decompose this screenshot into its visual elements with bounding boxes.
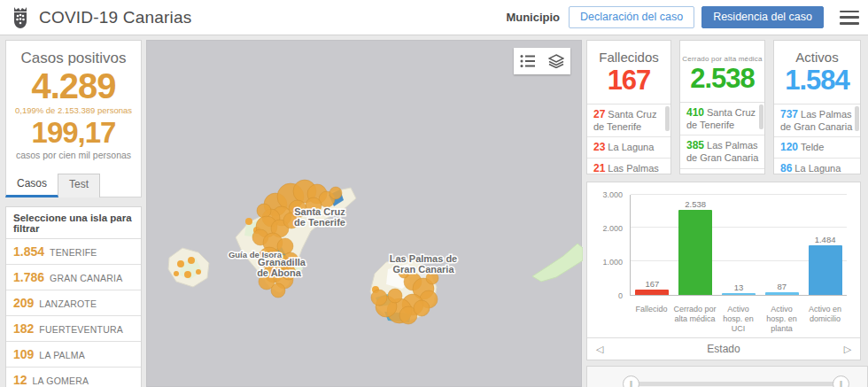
- island-row-tenerife[interactable]: 1.854 TENERIFE: [6, 239, 141, 265]
- category-label: Activo en domicilio: [803, 305, 847, 333]
- bar: [678, 210, 712, 295]
- island-row-lanzarote[interactable]: 209 LANZAROTE: [6, 290, 141, 316]
- bar-value-label: 87: [778, 282, 787, 291]
- residencia-del-caso-button[interactable]: Residencia del caso: [701, 6, 824, 28]
- map-toolbar: [514, 48, 570, 74]
- declaracion-del-caso-button[interactable]: Declaración del caso: [569, 6, 694, 28]
- bar-value-label: 167: [645, 279, 659, 289]
- island-count: 109: [13, 347, 34, 361]
- bar-activo-domicilio[interactable]: 1.484: [803, 194, 847, 295]
- pager-left-icon[interactable]: ◁: [587, 344, 612, 355]
- bar-cerrado-por-alta-medica[interactable]: 2.538: [674, 194, 717, 295]
- casos-positivos-panel: Casos positivos 4.289 0,199% de 2.153.38…: [5, 40, 142, 197]
- fallecidos-panel: Fallecidos 167 27Santa Cruz de Tenerife …: [586, 40, 671, 174]
- island-row-la-gomera[interactable]: 12 LA GOMERA: [6, 368, 141, 387]
- list-item[interactable]: 410Santa Cruz de Tenerife: [680, 103, 764, 136]
- scrollbar[interactable]: [759, 104, 763, 129]
- list-item[interactable]: 737Las Palmas de Gran Canaria: [774, 104, 860, 138]
- list-item[interactable]: 120Telde: [774, 137, 860, 159]
- slider-handle-start[interactable]: ∥: [623, 375, 639, 387]
- list-item[interactable]: 27Santa Cruz de Tenerife: [587, 104, 670, 138]
- rate-value: 199,17: [6, 117, 141, 149]
- island-filter-panel: Seleccione una isla para filtrar 1.854 T…: [5, 206, 142, 387]
- island-name: TENERIFE: [50, 247, 97, 258]
- bar-fallecido[interactable]: 167: [631, 194, 674, 295]
- bar-activo-hosp-uci[interactable]: 13: [717, 194, 761, 295]
- total-cases-value: 4.289: [6, 67, 141, 104]
- chart-bars: 167 2.538 13 87 1.484: [631, 194, 847, 295]
- map-canvas: Santa Cruz de Tenerife Guía de Isora Gra…: [147, 41, 583, 387]
- map-label-santa-cruz-line1: Santa Cruz: [294, 206, 345, 217]
- list-item[interactable]: 23La Laguna: [587, 137, 670, 159]
- rate-label: casos por cien mil personas: [6, 150, 141, 160]
- island-name: LANZAROTE: [39, 298, 97, 309]
- canarias-map[interactable]: Santa Cruz de Tenerife Guía de Isora Gra…: [146, 40, 582, 387]
- category-label: Fallecido: [630, 305, 673, 333]
- island-count: 1.854: [13, 244, 44, 259]
- map-label-granadilla-line2: de Abona: [257, 267, 302, 278]
- cerrado-list: 410Santa Cruz de Tenerife 385Las Palmas …: [680, 102, 764, 170]
- bar-activo-hosp-planta[interactable]: 87: [760, 194, 803, 295]
- tab-test[interactable]: Test: [58, 174, 100, 197]
- app-header: COVID-19 Canarias Municipio Declaración …: [0, 0, 868, 35]
- tab-casos[interactable]: Casos: [5, 174, 58, 197]
- activos-value: 1.584: [774, 65, 860, 97]
- activos-panel: Activos 1.584 737Las Palmas de Gran Cana…: [773, 40, 861, 174]
- cerrado-value: 2.538: [680, 63, 764, 95]
- category-label: Activo hosp. en UCI: [717, 305, 760, 333]
- activos-list: 737Las Palmas de Gran Canaria 120Telde 8…: [774, 104, 860, 174]
- bar: [765, 292, 799, 295]
- list-item[interactable]: 21Las Palmas: [587, 159, 670, 174]
- map-label-santa-cruz-line2: de Tenerife: [294, 217, 345, 228]
- category-label: Activo hosp. en planta: [760, 305, 803, 333]
- percent-population-text: 0,199% de 2.153.389 personas: [6, 105, 141, 115]
- list-item[interactable]: 385Las Palmas de Gran Canaria: [680, 135, 764, 169]
- time-range-slider-panel: ∥ ∥: [586, 366, 868, 387]
- bar: [722, 293, 756, 295]
- panel-title: Fallecidos: [587, 50, 670, 65]
- island-row-fuerteventura[interactable]: 182 FUERTEVENTURA: [6, 316, 141, 342]
- y-tick: 1.000: [587, 258, 623, 267]
- island-count: 209: [13, 296, 34, 310]
- bar: [809, 245, 842, 295]
- list-item[interactable]: 86La Laguna: [774, 159, 860, 174]
- bar-value-label: 1.484: [815, 235, 836, 244]
- map-label-las-palmas-line1: Las Palmas de: [390, 253, 457, 264]
- layers-icon[interactable]: [548, 54, 564, 68]
- bar-value-label: 13: [734, 283, 744, 292]
- gobierno-canarias-logo-icon: [11, 6, 30, 29]
- municipio-label: Municipio: [506, 11, 560, 24]
- scrollbar[interactable]: [855, 106, 859, 131]
- island-row-gran-canaria[interactable]: 1.786 GRAN CANARIA: [6, 265, 141, 290]
- island-name: FUERTEVENTURA: [39, 324, 123, 335]
- estado-bar-chart-panel: 0 1.000 2.000 3.000 167 2.538 13 87: [586, 182, 861, 360]
- map-label-granadilla-line1: Granadilla: [258, 257, 306, 267]
- slider-handle-end[interactable]: ∥: [833, 375, 849, 387]
- menu-icon[interactable]: [840, 11, 859, 25]
- bar: [635, 290, 669, 295]
- island-count: 1.786: [13, 270, 44, 284]
- pager-right-icon[interactable]: ▷: [835, 344, 860, 355]
- panel-title: Casos positivos: [6, 50, 141, 67]
- category-label: Cerrado por alta médica: [673, 305, 717, 333]
- panel-title: Activos: [774, 50, 860, 65]
- island-count: 12: [13, 373, 27, 387]
- map-label-las-palmas-line2: Gran Canaria: [392, 264, 454, 275]
- bar-value-label: 2.538: [685, 199, 706, 209]
- y-tick: 3.000: [587, 190, 623, 199]
- island-count: 182: [13, 321, 34, 336]
- scrollbar[interactable]: [665, 106, 670, 131]
- fallecidos-list: 27Santa Cruz de Tenerife 23La Laguna 21L…: [587, 104, 670, 174]
- island-row-la-palma[interactable]: 109 LA PALMA: [6, 342, 141, 368]
- page-title: COVID-19 Canarias: [39, 8, 191, 27]
- chart-pager-bar: ◁ Estado ▷: [587, 337, 860, 360]
- panel-title: Cerrado por alta médica: [680, 55, 764, 63]
- fallecidos-value: 167: [587, 65, 670, 97]
- island-name: GRAN CANARIA: [50, 273, 122, 283]
- slider-track[interactable]: [630, 382, 842, 386]
- island-filter-title: Seleccione una isla para filtrar: [6, 207, 141, 239]
- chart-x-axis-title: Estado: [612, 343, 835, 355]
- y-tick: 2.000: [587, 224, 623, 233]
- legend-icon[interactable]: [520, 54, 536, 68]
- chart-category-labels: Fallecido Cerrado por alta médica Activo…: [630, 305, 847, 333]
